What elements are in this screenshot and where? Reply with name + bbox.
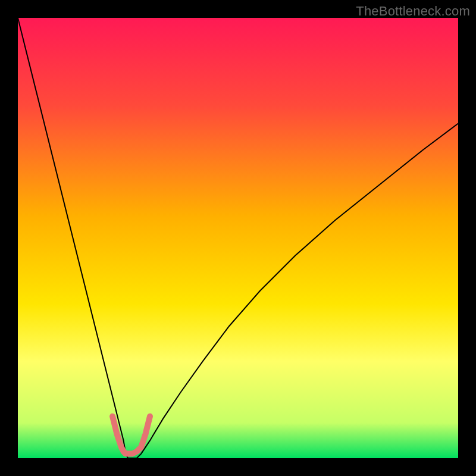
plot-area <box>18 18 458 458</box>
chart-frame: TheBottleneck.com <box>0 0 476 476</box>
gradient-background <box>18 18 458 458</box>
watermark-text: TheBottleneck.com <box>356 4 470 19</box>
chart-svg <box>18 18 458 458</box>
